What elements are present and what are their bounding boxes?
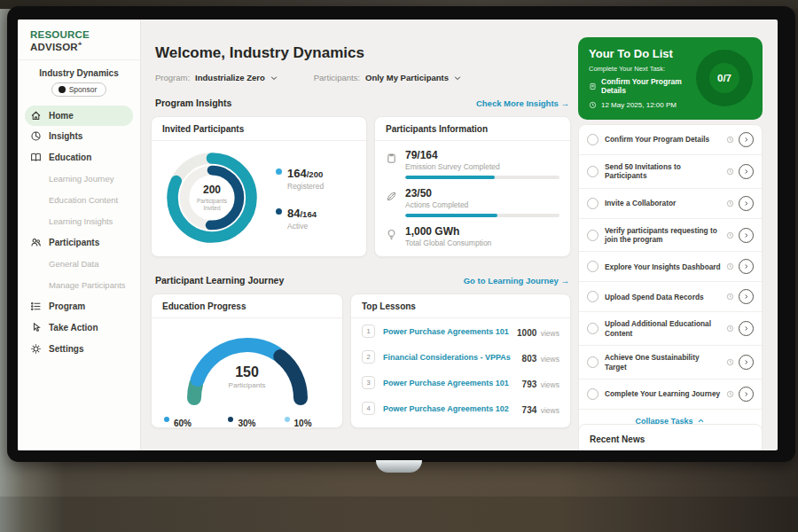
lesson-link[interactable]: Power Purchase Agreements 101 bbox=[383, 327, 517, 336]
lesson-rank: 3 bbox=[362, 376, 375, 389]
donut-center-label: Participants Invited bbox=[188, 198, 236, 213]
app-logo: RESOURCE ADVISOR+ bbox=[18, 20, 140, 60]
go-button[interactable] bbox=[739, 355, 754, 370]
go-to-learning-journey-link[interactable]: Go to Learning Journey → bbox=[464, 276, 569, 286]
todo-item-upload-educational-content[interactable]: Upload Additional Educational Content bbox=[579, 312, 762, 346]
legend-dot bbox=[228, 417, 233, 422]
info-row-actions: 23/50 Actions Completed bbox=[375, 179, 570, 217]
sidebar-item-manage-participants[interactable]: Manage Participants bbox=[18, 275, 140, 296]
education-gauge-chart: 150 Participants bbox=[172, 325, 323, 407]
participants-icon bbox=[30, 237, 42, 248]
sidebar-item-take-action[interactable]: Take Action bbox=[18, 317, 140, 339]
checkbox[interactable] bbox=[587, 291, 598, 302]
gauge-center-label: Participants bbox=[172, 381, 323, 389]
info-row-survey: 79/164 Emission Survey Completed bbox=[375, 141, 570, 179]
education-progress-card: Education Progress 150 Participants 60% … bbox=[151, 293, 343, 428]
go-button[interactable] bbox=[739, 321, 754, 336]
invited-participants-card: Invited Participants 200 Participants In… bbox=[151, 116, 367, 257]
logo-secondary: ADVISOR+ bbox=[30, 42, 82, 52]
todo-item-complete-learning-journey[interactable]: Complete Your Learning Journey bbox=[579, 379, 762, 410]
lesson-row: 4 Power Purchase Agreements 102 734 view… bbox=[351, 395, 570, 421]
go-button[interactable] bbox=[739, 259, 754, 274]
todo-item-explore-insights[interactable]: Explore Your Insights Dashboard bbox=[579, 252, 762, 282]
sidebar-item-education-content[interactable]: Education Content bbox=[18, 190, 140, 211]
go-button[interactable] bbox=[739, 289, 754, 304]
sidebar-item-learning-insights[interactable]: Learning Insights bbox=[18, 211, 140, 232]
sidebar-item-home[interactable]: Home bbox=[25, 106, 133, 126]
todo-item-verify-participants[interactable]: Verify participants requesting to join t… bbox=[579, 219, 762, 253]
checkbox[interactable] bbox=[587, 198, 598, 209]
sidebar-item-program[interactable]: Program bbox=[18, 296, 140, 317]
chevron-right-icon bbox=[743, 263, 749, 270]
checkbox[interactable] bbox=[587, 388, 598, 400]
todo-summary-card: Your To Do List Complete Your Next Task:… bbox=[578, 37, 763, 120]
sponsor-badge-label: Sponsor bbox=[69, 85, 98, 94]
gauge-center-value: 150 bbox=[172, 364, 323, 380]
filter-bar: Program: Industrialize Zero Participants… bbox=[155, 73, 462, 82]
todo-item-confirm-program[interactable]: Confirm Your Program Details bbox=[579, 125, 762, 155]
legend-dot bbox=[164, 417, 169, 422]
lesson-rank: 4 bbox=[362, 402, 375, 415]
todo-progress-value: 0/7 bbox=[709, 63, 739, 93]
sidebar-item-insights[interactable]: Insights bbox=[18, 126, 140, 147]
checkbox[interactable] bbox=[587, 230, 598, 241]
clock-icon bbox=[726, 390, 734, 398]
lesson-row: 2 Financial Considerations - VPPAs 803 v… bbox=[351, 344, 570, 370]
go-button[interactable] bbox=[739, 164, 754, 179]
chevron-right-icon bbox=[743, 232, 749, 239]
actions-icon bbox=[386, 191, 397, 202]
lesson-rank: 2 bbox=[362, 350, 375, 364]
actions-progress-bar bbox=[405, 214, 559, 217]
checkbox[interactable] bbox=[587, 323, 598, 334]
info-row-consumption: 1,000 GWh Total Global Consumption bbox=[375, 217, 570, 247]
program-dropdown[interactable]: Program: Industrialize Zero bbox=[155, 73, 278, 82]
document-icon bbox=[589, 82, 597, 90]
clock-icon bbox=[726, 231, 734, 239]
clock-icon bbox=[726, 168, 734, 176]
todo-list: Confirm Your Program Details Send 50 Inv… bbox=[578, 124, 763, 434]
go-button[interactable] bbox=[739, 196, 754, 211]
learning-journey-header: Participant Learning Journey Go to Learn… bbox=[155, 275, 569, 286]
sidebar-item-education[interactable]: Education bbox=[18, 147, 140, 168]
clock-icon bbox=[726, 293, 734, 301]
checkbox[interactable] bbox=[587, 166, 598, 177]
legend-not-started: 10% Not Started bbox=[285, 414, 330, 428]
sidebar-item-participants[interactable]: Participants bbox=[18, 232, 140, 254]
right-panel: Your To Do List Complete Your Next Task:… bbox=[575, 20, 778, 450]
clock-icon bbox=[726, 325, 734, 332]
arrow-right-icon: → bbox=[561, 98, 570, 108]
todo-item-send-invitations[interactable]: Send 50 Invitations to Participants bbox=[579, 155, 762, 189]
todo-next-task: Confirm Your Program Details bbox=[601, 78, 700, 96]
lesson-link[interactable]: Power Purchase Agreements 101 bbox=[383, 379, 522, 387]
sponsor-badge: Sponsor bbox=[51, 82, 107, 97]
participants-dropdown[interactable]: Participants: Only My Participants bbox=[314, 73, 462, 82]
survey-progress-bar bbox=[405, 176, 559, 179]
chevron-right-icon bbox=[743, 325, 749, 332]
legend-active: 84/164 Active bbox=[276, 205, 324, 231]
go-button[interactable] bbox=[739, 132, 754, 147]
donut-center-value: 200 bbox=[203, 184, 221, 196]
card-title: Top Lessons bbox=[351, 294, 570, 318]
lesson-link[interactable]: Power Purchase Agreements 102 bbox=[383, 404, 522, 413]
lesson-link[interactable]: Financial Considerations - VPPAs bbox=[383, 353, 522, 362]
checkbox[interactable] bbox=[587, 356, 598, 368]
sidebar-nav: Home Insights Education Learning Journey… bbox=[18, 106, 140, 360]
go-button[interactable] bbox=[739, 387, 754, 402]
legend-dot bbox=[276, 208, 282, 215]
todo-item-upload-spend-data[interactable]: Upload Spend Data Records bbox=[579, 282, 762, 312]
logo-primary: RESOURCE bbox=[30, 29, 90, 40]
sidebar-item-settings[interactable]: Settings bbox=[18, 339, 140, 360]
lesson-rank: 1 bbox=[362, 325, 375, 338]
sidebar-item-general-data[interactable]: General Data bbox=[18, 254, 140, 275]
clock-icon bbox=[726, 136, 734, 144]
go-button[interactable] bbox=[739, 228, 754, 243]
sidebar: RESOURCE ADVISOR+ Industry Dynamics Spon… bbox=[18, 20, 141, 450]
sidebar-item-learning-journey[interactable]: Learning Journey bbox=[18, 168, 140, 190]
todo-item-achieve-target[interactable]: Achieve One Sustainability Target bbox=[579, 346, 762, 379]
check-more-insights-link[interactable]: Check More Insights → bbox=[476, 98, 569, 108]
todo-item-invite-collaborator[interactable]: Invite a Collaborator bbox=[579, 189, 762, 219]
checkbox[interactable] bbox=[587, 134, 598, 145]
participants-information-card: Participants Information 79/164 Emission… bbox=[374, 116, 571, 257]
checkbox[interactable] bbox=[587, 261, 598, 272]
program-insights-header: Program Insights Check More Insights → bbox=[155, 98, 569, 108]
